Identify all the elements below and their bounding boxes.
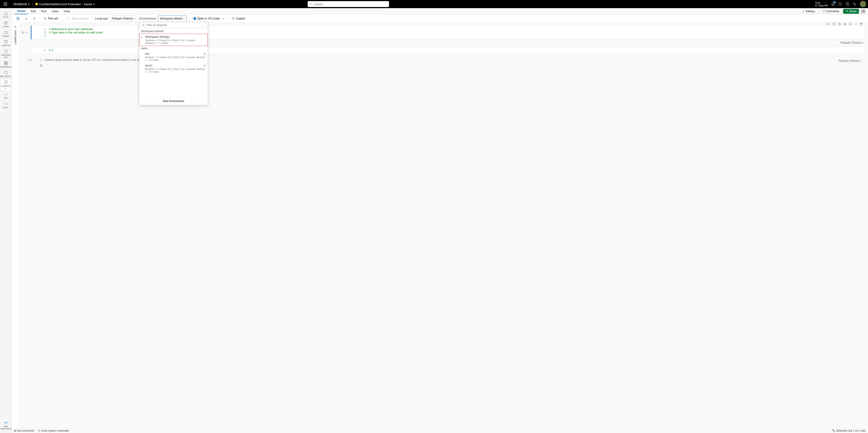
tab-data[interactable]: Data: [49, 8, 61, 14]
comment-cell-button[interactable]: [848, 23, 853, 26]
stop-session-checkbox[interactable]: [67, 17, 70, 20]
convert-markdown-button[interactable]: M↓: [826, 23, 831, 26]
global-search[interactable]: [308, 1, 389, 7]
gear-icon: [33, 17, 36, 20]
line-number: 2: [41, 31, 46, 34]
run-cell-icon[interactable]: [22, 31, 25, 34]
language-dropdown[interactable]: PySpark (Python) ▾: [110, 16, 138, 22]
stop-session-toggle[interactable]: Stop session: [65, 16, 90, 22]
open-vscode-button[interactable]: Open in VS Code ▾: [191, 16, 226, 22]
freeze-cell-button[interactable]: [842, 23, 847, 26]
env-section-default: Workspace default: [139, 29, 208, 34]
environment-dropdown[interactable]: Workspace default ▾: [158, 16, 187, 22]
user-avatar[interactable]: [860, 1, 866, 7]
help-button[interactable]: [845, 2, 849, 6]
settings-button[interactable]: [838, 2, 842, 6]
nav-workspaces[interactable]: Workspaces: [0, 60, 11, 69]
copilot-overflow-button[interactable]: [860, 9, 866, 14]
expand-lakehouses-button[interactable]: ≫: [14, 25, 17, 28]
chevron-down-icon: ▾: [815, 10, 816, 12]
open-vscode-label: Open in VS Code: [197, 17, 220, 20]
language-label: Language: [95, 17, 108, 20]
nav-browse[interactable]: Browse: [0, 29, 11, 38]
lakehouses-panel: ≫ Lakehouses: [12, 23, 19, 428]
vscode-icon: [192, 17, 196, 20]
data-eng-icon: [4, 421, 8, 425]
editing-mode-button[interactable]: Editing ▾: [800, 9, 819, 14]
share-button[interactable]: Share: [843, 9, 859, 14]
app-launcher[interactable]: [2, 0, 9, 8]
run-all-button[interactable]: Run all ▾: [42, 16, 61, 22]
svg-rect-22: [6, 63, 7, 65]
tab-edit[interactable]: Edit: [28, 8, 38, 14]
cell-selection-status[interactable]: Selected Cell 1 of 2 cells: [832, 429, 866, 432]
nav-home[interactable]: Home: [0, 10, 11, 20]
nav-create[interactable]: Create: [0, 20, 11, 29]
settings-button[interactable]: [31, 16, 38, 22]
comments-label: Comments: [826, 10, 839, 13]
monitor-icon: [4, 49, 8, 53]
confidentiality-label[interactable]: Confidential\Microsoft Extended: [39, 2, 81, 6]
save-button[interactable]: [14, 16, 22, 22]
nav-monitoring[interactable]: Monitoring hub: [0, 48, 11, 60]
svg-point-30: [142, 24, 144, 26]
save-icon: [16, 17, 20, 20]
feedback-button[interactable]: [852, 2, 857, 6]
comment-icon: [823, 10, 825, 13]
nav-env[interactable]: env: [0, 91, 11, 100]
nav-demo-env[interactable]: Shuaijun_Demo_Env: [0, 69, 11, 79]
nav-env11[interactable]: env11: [0, 100, 11, 110]
line-number: 1: [41, 27, 46, 31]
env-section-items: Items: [139, 46, 208, 51]
env-item-env11[interactable]: env11 Runtime: 1.2 (Spark 3.4, Delta 2.4…: [139, 63, 208, 75]
search-input[interactable]: [314, 2, 387, 6]
chevron-down-icon[interactable]: [25, 31, 28, 34]
svg-rect-1: [5, 2, 6, 3]
env-item-env[interactable]: env Runtime: 1.2 (Spark 3.4, Delta 2.4),…: [139, 51, 208, 63]
env-filter-input[interactable]: [146, 24, 205, 27]
env-item-title: env11: [145, 64, 206, 67]
more-cell-button[interactable]: ⋯: [853, 23, 858, 26]
toggle-output-button[interactable]: [832, 23, 837, 26]
comments-button[interactable]: Comments: [820, 9, 842, 14]
environment-value: Workspace default: [160, 17, 182, 20]
cell-language-selector[interactable]: PySpark (Python) ▾: [838, 59, 862, 62]
save-option[interactable]: Save option: Automatic: [38, 429, 69, 432]
nav-notebook1[interactable]: Notebook 1: [0, 79, 11, 91]
download-button[interactable]: [23, 16, 30, 22]
nav-label: Browse: [2, 35, 9, 37]
notebook-title[interactable]: Notebook 1: [13, 2, 30, 6]
execution-count: [1]: [28, 58, 33, 61]
separator: [92, 16, 92, 21]
nav-label: Data hub: [2, 44, 10, 47]
svg-rect-32: [832, 430, 833, 431]
open-external-icon[interactable]: [203, 64, 206, 68]
nav-data-engineering[interactable]: Data Engineering: [0, 420, 11, 431]
env-item-workspace-settings[interactable]: ✓ Workspace Settings Runtime: 1.2 (Spark…: [139, 34, 208, 46]
run-all-label: Run all: [48, 17, 57, 20]
copilot-button[interactable]: Copilot: [230, 16, 247, 22]
open-external-icon[interactable]: [203, 53, 206, 56]
new-environment-button[interactable]: New Environment: [139, 97, 208, 105]
chevron-down-icon[interactable]: ▾: [223, 18, 224, 20]
chevron-down-icon: ▾: [58, 18, 59, 20]
tab-view[interactable]: View: [61, 8, 73, 14]
tab-run[interactable]: Run: [39, 8, 50, 14]
plus-circle-icon: [4, 21, 8, 25]
notebook-icon: [4, 80, 8, 84]
notifications-button[interactable]: 5: [831, 2, 835, 6]
cell-language-selector[interactable]: PySpark (Python) ▾: [840, 41, 864, 44]
env-item-title: env: [145, 52, 206, 55]
env-filter[interactable]: [140, 22, 207, 28]
lock-cell-button[interactable]: [837, 23, 842, 26]
workspaces-icon: [4, 61, 8, 65]
chevron-down-icon[interactable]: ▾: [93, 3, 94, 5]
search-icon: [309, 2, 313, 6]
svg-rect-20: [6, 61, 7, 63]
nav-data-hub[interactable]: Data hub: [0, 38, 11, 48]
waffle-icon: [4, 2, 7, 6]
delete-cell-button[interactable]: [859, 23, 864, 26]
pencil-icon: [802, 10, 805, 13]
line-number: 1: [40, 49, 45, 52]
tab-home[interactable]: Home: [14, 8, 28, 14]
